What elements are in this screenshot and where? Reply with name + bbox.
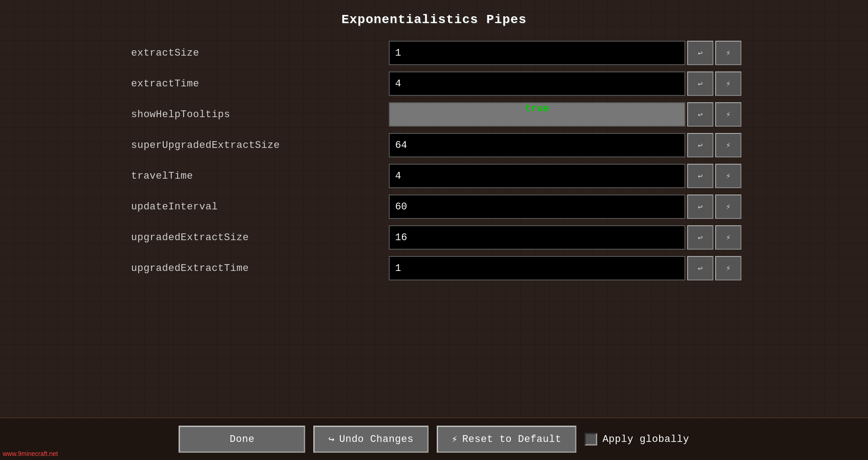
undo-btn-travelTime[interactable]: ↩: [687, 164, 713, 188]
setting-row: upgradedExtractTime↩⚡: [127, 253, 741, 284]
reset-btn-updateInterval[interactable]: ⚡: [715, 194, 741, 219]
reset-btn-extractTime[interactable]: ⚡: [715, 71, 741, 96]
setting-input-updateInterval[interactable]: [389, 194, 685, 219]
setting-input-extractTime[interactable]: [389, 71, 685, 96]
setting-input-travelTime[interactable]: [389, 164, 685, 188]
setting-label-updateInterval: updateInterval: [127, 201, 389, 213]
setting-row: extractSize↩⚡: [127, 38, 741, 68]
reset-label: Reset to Default: [462, 434, 561, 445]
setting-input-extractSize[interactable]: [389, 41, 685, 65]
settings-container: extractSize↩⚡extractTime↩⚡showHelpToolti…: [127, 38, 741, 284]
setting-label-upgradedExtractSize: upgradedExtractSize: [127, 232, 389, 243]
undo-btn-upgradedExtractSize[interactable]: ↩: [687, 225, 713, 250]
setting-row: updateInterval↩⚡: [127, 191, 741, 222]
setting-label-superUpgradedExtractSize: superUpgradedExtractSize: [127, 140, 389, 151]
reset-btn-superUpgradedExtractSize[interactable]: ⚡: [715, 133, 741, 157]
reset-icon: ⚡: [452, 433, 458, 446]
setting-input-upgradedExtractSize[interactable]: [389, 225, 685, 250]
reset-btn-upgradedExtractTime[interactable]: ⚡: [715, 256, 741, 280]
watermark: www.9minecraft.net: [3, 450, 58, 457]
setting-label-extractTime: extractTime: [127, 78, 389, 90]
reset-btn-extractSize[interactable]: ⚡: [715, 41, 741, 65]
setting-row: travelTime↩⚡: [127, 161, 741, 191]
undo-label: Undo Changes: [339, 434, 413, 445]
setting-row: showHelpTooltipstrue↩⚡: [127, 99, 741, 130]
reset-btn-upgradedExtractSize[interactable]: ⚡: [715, 225, 741, 250]
undo-icon: ↩: [328, 433, 335, 446]
done-label: Done: [230, 434, 255, 445]
setting-input-superUpgradedExtractSize[interactable]: [389, 133, 685, 157]
setting-row: extractTime↩⚡: [127, 68, 741, 99]
undo-btn-superUpgradedExtractSize[interactable]: ↩: [687, 133, 713, 157]
undo-btn-updateInterval[interactable]: ↩: [687, 194, 713, 219]
setting-row: upgradedExtractSize↩⚡: [127, 222, 741, 253]
undo-changes-button[interactable]: ↩ Undo Changes: [313, 426, 428, 453]
undo-btn-showHelpTooltips[interactable]: ↩: [687, 102, 713, 127]
setting-label-showHelpTooltips: showHelpTooltips: [127, 109, 389, 120]
reset-btn-showHelpTooltips[interactable]: ⚡: [715, 102, 741, 127]
undo-btn-upgradedExtractTime[interactable]: ↩: [687, 256, 713, 280]
apply-globally-area: Apply globally: [585, 433, 689, 446]
setting-input-upgradedExtractTime[interactable]: [389, 256, 685, 280]
reset-btn-travelTime[interactable]: ⚡: [715, 164, 741, 188]
setting-input-showHelpTooltips[interactable]: true: [389, 102, 685, 127]
setting-label-travelTime: travelTime: [127, 171, 389, 182]
undo-btn-extractSize[interactable]: ↩: [687, 41, 713, 65]
footer: Done ↩ Undo Changes ⚡ Reset to Default A…: [0, 417, 868, 460]
page-title: Exponentialistics Pipes: [341, 13, 526, 27]
setting-label-extractSize: extractSize: [127, 47, 389, 59]
setting-label-upgradedExtractTime: upgradedExtractTime: [127, 263, 389, 274]
apply-globally-label: Apply globally: [603, 434, 689, 445]
setting-row: superUpgradedExtractSize↩⚡: [127, 130, 741, 161]
reset-to-default-button[interactable]: ⚡ Reset to Default: [437, 426, 576, 453]
done-button[interactable]: Done: [179, 426, 305, 453]
apply-globally-checkbox[interactable]: [585, 433, 597, 446]
undo-btn-extractTime[interactable]: ↩: [687, 71, 713, 96]
